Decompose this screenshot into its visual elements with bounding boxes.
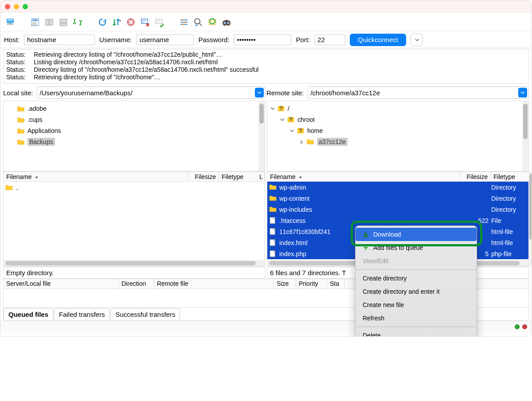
remote-file-row[interactable]: .htaccess 522 File (267, 215, 528, 226)
context-menu-item[interactable]: Delete (356, 329, 477, 337)
local-hscroll[interactable] (4, 260, 265, 266)
queue-tab[interactable]: Queued files (4, 308, 53, 320)
expand-caret-icon[interactable] (270, 106, 274, 111)
remote-tree-node[interactable]: home (268, 125, 521, 136)
compare-icon[interactable] (206, 16, 219, 28)
local-path-dropdown[interactable] (255, 88, 264, 97)
remote-file-row[interactable]: wp-content Directory (267, 193, 528, 204)
disconnect-icon[interactable] (139, 16, 151, 28)
queue-indicator-red (522, 324, 527, 329)
svg-point-22 (224, 22, 226, 24)
svg-rect-14 (156, 19, 162, 23)
svg-point-15 (181, 19, 183, 21)
local-file-row[interactable]: .. (4, 182, 265, 193)
queue-col[interactable]: Direction (119, 279, 154, 288)
queue-tab[interactable]: Failed transfers (54, 308, 110, 320)
titlebar (0, 0, 532, 13)
sync-browse-icon[interactable] (71, 16, 84, 28)
queue-col[interactable]: Remote file (154, 279, 274, 288)
remote-path-input[interactable] (308, 89, 517, 97)
svg-rect-24 (226, 20, 227, 22)
quickconnect-history-dropdown[interactable] (411, 34, 423, 46)
tree-node-label: home (307, 127, 323, 134)
remote-file-row[interactable]: wp-admin Directory (267, 182, 528, 193)
remote-vscroll[interactable] (528, 172, 532, 266)
log-line: Status: Directory listing of "/chroot/ho… (6, 66, 526, 74)
app-window: Host: Username: Password: Port: Quickcon… (0, 0, 532, 337)
search-icon[interactable] (192, 16, 204, 28)
remote-col-filetype[interactable]: Filetype (491, 172, 528, 181)
queue-col[interactable]: Server/Local file (4, 279, 119, 288)
remote-tree-scrollbar[interactable] (522, 101, 528, 171)
expand-caret-icon[interactable] (280, 117, 284, 122)
context-menu-item[interactable]: Download (356, 228, 477, 241)
user-input[interactable] (136, 35, 194, 45)
remote-file-row[interactable]: wp-includes Directory (267, 204, 528, 215)
queue-col[interactable]: Sta (327, 279, 345, 288)
local-col-filename[interactable]: Filename (4, 172, 188, 181)
remote-context-menu[interactable]: DownloadAdd files to queueView/EditCreat… (355, 226, 477, 337)
context-menu-item[interactable]: Refresh (356, 311, 477, 325)
queue-col[interactable]: Priority (296, 279, 327, 288)
site-paths: Local site: Remote site: (0, 85, 532, 101)
remote-tree-node[interactable]: chroot (268, 114, 521, 125)
local-col-lastmod[interactable]: L (257, 172, 265, 181)
context-menu-item[interactable]: Add files to queue (356, 241, 477, 254)
minimize-window[interactable] (14, 4, 19, 9)
local-path-input[interactable] (37, 89, 254, 97)
local-col-filesize[interactable]: Filesize (188, 172, 219, 181)
pass-label: Password: (198, 36, 229, 43)
local-file-list[interactable]: Filename Filesize Filetype L .. (3, 171, 265, 267)
local-tree-node[interactable]: Backups (4, 136, 258, 147)
svg-rect-8 (50, 19, 53, 25)
add-icon (363, 245, 369, 251)
svg-point-17 (182, 23, 184, 25)
svg-rect-4 (8, 19, 13, 20)
remote-tree-node[interactable]: a37cc12e (268, 136, 521, 147)
log-line: Status: Listing directory /chroot/home/a… (6, 58, 526, 66)
user-label: Username: (99, 36, 132, 43)
remote-tree[interactable]: / chroot home a37cc12e (267, 101, 529, 171)
context-menu-item[interactable]: Create new file (356, 298, 477, 311)
port-label: Port: (296, 36, 310, 43)
remote-col-filename[interactable]: Filename (267, 172, 460, 181)
queue-col[interactable]: Size (274, 279, 296, 288)
local-tree-node[interactable]: .adobe (4, 103, 258, 114)
local-tree-node[interactable]: Applications (4, 125, 258, 136)
reconnect-icon[interactable] (153, 16, 165, 28)
menu-separator (356, 327, 477, 327)
remote-tree-node[interactable]: / (268, 103, 521, 114)
svg-point-11 (119, 20, 121, 22)
local-tree-scrollbar[interactable] (258, 101, 265, 171)
host-input[interactable] (24, 35, 95, 45)
local-tree[interactable]: .adobe .cups Applications Backups (3, 101, 265, 171)
filter-icon[interactable] (178, 16, 190, 28)
svg-rect-7 (46, 19, 49, 25)
sitemanager-icon[interactable] (4, 16, 16, 28)
refresh-icon[interactable] (96, 16, 109, 28)
quickconnect-button[interactable]: Quickconnect (350, 34, 406, 46)
close-window[interactable] (5, 4, 10, 9)
local-col-filetype[interactable]: Filetype (219, 172, 257, 181)
message-log[interactable]: Status: Retrieving directory listing of … (3, 49, 529, 84)
remote-site-label: Remote site: (266, 89, 304, 97)
toggle-tree-icon[interactable] (43, 16, 55, 28)
context-menu-item[interactable]: Create directory (356, 272, 477, 285)
cancel-icon[interactable] (125, 16, 137, 28)
pass-input[interactable] (234, 35, 291, 45)
zoom-window[interactable] (23, 4, 28, 9)
expand-caret-icon[interactable] (299, 140, 304, 144)
binoculars-icon[interactable] (220, 16, 233, 28)
download-icon (363, 231, 369, 237)
port-input[interactable] (314, 35, 345, 45)
process-queue-icon[interactable] (110, 16, 123, 28)
context-menu-item[interactable]: Create directory and enter it (356, 285, 477, 298)
remote-path-dropdown[interactable] (518, 88, 527, 97)
queue-tab[interactable]: Successful transfers (110, 308, 180, 320)
expand-caret-icon[interactable] (289, 128, 294, 133)
toggle-log-icon[interactable] (29, 16, 41, 28)
toggle-queue-icon[interactable] (57, 16, 70, 28)
context-menu-item: View/Edit (356, 254, 477, 268)
remote-col-filesize[interactable]: Filesize (460, 172, 491, 181)
local-tree-node[interactable]: .cups (4, 114, 258, 125)
